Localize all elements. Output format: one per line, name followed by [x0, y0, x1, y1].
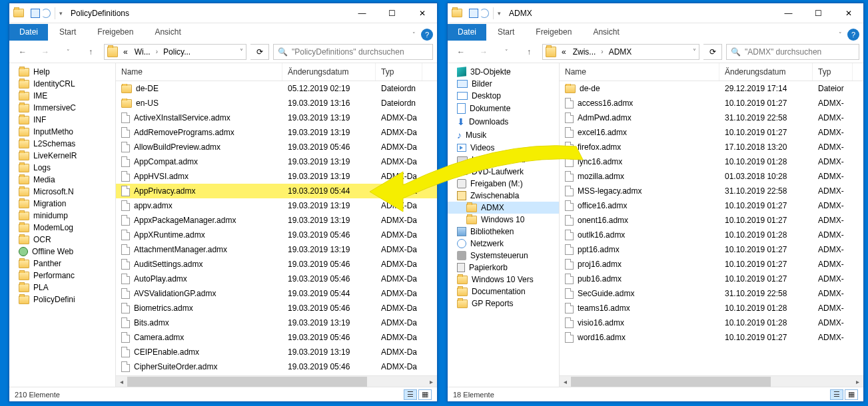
scroll-right-icon[interactable]: ▸	[426, 376, 437, 387]
file-row[interactable]: Bits.admx19.03.2019 13:19ADMX-Da	[116, 315, 437, 330]
tree-item[interactable]: Dokumente	[448, 102, 559, 115]
tree-item[interactable]: Bibliotheken	[448, 226, 559, 238]
qat-properties-icon[interactable]	[31, 9, 40, 18]
col-type[interactable]: Typ	[376, 63, 422, 81]
tree-item[interactable]: Zwischenabla	[448, 190, 559, 202]
file-row[interactable]: AppXRuntime.admx19.03.2019 05:46ADMX-Da	[116, 228, 437, 242]
file-row[interactable]: teams16.admx10.10.2019 01:28ADMX-	[560, 301, 863, 315]
tab-start[interactable]: Start	[488, 24, 524, 41]
tree-item[interactable]: PolicyDefini	[9, 294, 115, 305]
search-box[interactable]: 🔍 "ADMX" durchsuchen	[726, 44, 859, 60]
up-button[interactable]: ↑	[81, 43, 100, 61]
file-row[interactable]: ActiveXInstallService.admx19.03.2019 13:…	[116, 110, 437, 125]
breadcrumb-seg-policy[interactable]: Policy...	[161, 46, 193, 58]
tree-item[interactable]: ♪Musik	[448, 128, 559, 142]
titlebar[interactable]: ▾ PolicyDefinitions — ☐ ✕	[9, 3, 437, 23]
tree-item[interactable]: LiveKernelR	[9, 150, 115, 162]
breadcrumb-seg-windows[interactable]: Wi...	[132, 46, 153, 58]
file-row[interactable]: CipherSuiteOrder.admx19.03.2019 05:46ADM…	[116, 359, 437, 374]
breadcrumb-seg-zwis[interactable]: Zwis...	[570, 46, 599, 58]
tree-item[interactable]: DVD-Laufwerk	[448, 166, 559, 178]
tree-item[interactable]: Videos	[448, 142, 559, 154]
tree-item[interactable]: Systemsteuerun	[448, 250, 559, 262]
tree-item[interactable]: Bilder	[448, 78, 559, 90]
tree-item[interactable]: Lokaler Datentr	[448, 154, 559, 166]
col-name[interactable]: Name	[560, 63, 719, 81]
minimize-button[interactable]: —	[773, 3, 803, 23]
tree-item[interactable]: L2Schemas	[9, 138, 115, 150]
tree-item[interactable]: PLA	[9, 282, 115, 294]
chevron-right-icon[interactable]: ›	[600, 48, 604, 55]
tree-item[interactable]: Help	[9, 66, 115, 78]
tab-datei[interactable]: Datei	[448, 24, 486, 41]
back-button[interactable]: ←	[452, 43, 470, 61]
breadcrumb-overflow[interactable]: «	[559, 46, 569, 58]
horizontal-scrollbar[interactable]: ◂ ▸	[560, 375, 863, 387]
file-row[interactable]: excel16.admx10.10.2019 01:27ADMX-	[560, 125, 863, 140]
tree-item[interactable]: Migration	[9, 198, 115, 210]
file-row[interactable]: AllowBuildPreview.admx19.03.2019 05:46AD…	[116, 140, 437, 154]
tab-freigeben[interactable]: Freigeben	[526, 24, 582, 41]
view-thumbnails-button[interactable]: ▦	[845, 389, 858, 400]
scroll-thumb[interactable]	[127, 377, 367, 387]
titlebar[interactable]: ▾ ADMX — ☐ ✕	[448, 3, 863, 23]
ribbon-expand-icon[interactable]: ˅	[839, 31, 842, 38]
maximize-button[interactable]: ☐	[803, 3, 833, 23]
breadcrumb[interactable]: « Wi... › Policy... ˅	[104, 44, 246, 60]
tree-item[interactable]: minidump	[9, 210, 115, 222]
scroll-left-icon[interactable]: ◂	[560, 376, 571, 387]
qat-undo-icon[interactable]	[480, 9, 489, 18]
file-row[interactable]: de-de29.12.2019 17:14Dateior	[560, 81, 863, 96]
horizontal-scrollbar[interactable]: ◂ ▸	[116, 375, 437, 387]
tree-item[interactable]: ⬇Downloads	[448, 115, 559, 128]
file-row[interactable]: CEIPEnable.admx19.03.2019 13:19ADMX-Da	[116, 345, 437, 359]
file-row[interactable]: mozilla.admx01.03.2018 10:28ADMX-	[560, 169, 863, 184]
tab-ansicht[interactable]: Ansicht	[145, 24, 191, 41]
breadcrumb-seg-admx[interactable]: ADMX	[606, 46, 635, 58]
chevron-right-icon[interactable]: ›	[155, 48, 159, 55]
column-headers[interactable]: Name Änderungsdatum Typ	[560, 63, 863, 81]
file-row[interactable]: en-US19.03.2019 13:16Dateiordn	[116, 96, 437, 110]
close-button[interactable]: ✕	[833, 3, 863, 23]
tree-item[interactable]: Windows 10	[448, 214, 559, 226]
file-row[interactable]: Camera.admx19.03.2019 05:46ADMX-Da	[116, 330, 437, 345]
help-icon[interactable]: ?	[847, 29, 859, 41]
tree-item[interactable]: Microsoft.N	[9, 186, 115, 198]
breadcrumb-dropdown-icon[interactable]: ˅	[238, 48, 244, 55]
recent-locations-icon[interactable]: ˅	[497, 43, 516, 61]
file-row[interactable]: SecGuide.admx31.10.2019 22:58ADMX-	[560, 286, 863, 301]
tree-item[interactable]: Panther	[9, 258, 115, 270]
file-row[interactable]: AddRemovePrograms.admx19.03.2019 13:19AD…	[116, 125, 437, 140]
tree-item[interactable]: GP Reports	[448, 298, 559, 309]
file-row[interactable]: AppCompat.admx19.03.2019 13:19ADMX-Da	[116, 154, 437, 169]
file-row[interactable]: Biometrics.admx19.03.2019 05:46ADMX-Da	[116, 301, 437, 315]
maximize-button[interactable]: ☐	[377, 3, 407, 23]
tree-item[interactable]: ModemLog	[9, 222, 115, 234]
tab-start[interactable]: Start	[49, 24, 86, 41]
tree-item[interactable]: IME	[9, 90, 115, 102]
file-row[interactable]: pub16.admx10.10.2019 01:27ADMX-	[560, 272, 863, 286]
tree-item[interactable]: Windows 10 Vers	[448, 274, 559, 286]
tree-item[interactable]: OCR	[9, 234, 115, 246]
recent-locations-icon[interactable]: ˅	[59, 43, 77, 61]
tree-item[interactable]: ADMX	[448, 202, 559, 214]
ribbon-expand-icon[interactable]: ˅	[412, 31, 416, 38]
file-row[interactable]: visio16.admx10.10.2019 01:28ADMX-	[560, 315, 863, 330]
view-thumbnails-button[interactable]: ▦	[418, 389, 432, 400]
navigation-tree[interactable]: 3D-ObjekteBilderDesktopDokumente⬇Downloa…	[448, 63, 560, 387]
column-headers[interactable]: Name Änderungsdatum Typ	[116, 63, 437, 81]
file-row[interactable]: appv.admx19.03.2019 13:19ADMX-Da	[116, 198, 437, 213]
file-row[interactable]: AppHVSI.admx19.03.2019 13:19ADMX-Da	[116, 169, 437, 184]
tree-item[interactable]: Desktop	[448, 90, 559, 102]
tree-item[interactable]: Performanc	[9, 270, 115, 282]
qat-undo-icon[interactable]	[41, 9, 51, 18]
forward-button[interactable]: →	[36, 43, 55, 61]
file-row[interactable]: AppPrivacy.admx19.03.2019 05:44ADMX-Da	[116, 184, 437, 198]
tree-item[interactable]: IdentityCRL	[9, 78, 115, 90]
qat-dropdown-icon[interactable]: ▾	[498, 10, 501, 17]
tree-item[interactable]: InputMetho	[9, 126, 115, 138]
forward-button[interactable]: →	[474, 43, 493, 61]
file-row[interactable]: proj16.admx10.10.2019 01:27ADMX-	[560, 257, 863, 272]
file-row[interactable]: MSS-legacy.admx31.10.2019 22:58ADMX-	[560, 184, 863, 198]
tree-item[interactable]: Netzwerk	[448, 238, 559, 250]
